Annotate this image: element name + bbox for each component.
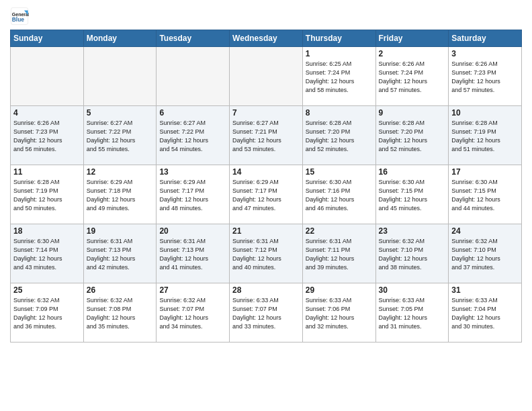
day-cell-19: 19Sunrise: 6:31 AMSunset: 7:13 PMDayligh… bbox=[83, 224, 157, 283]
day-number: 9 bbox=[379, 108, 446, 118]
day-cell-26: 26Sunrise: 6:32 AMSunset: 7:08 PMDayligh… bbox=[83, 283, 157, 342]
logo-icon: General Blue bbox=[10, 7, 29, 26]
weekday-header-sunday: Sunday bbox=[11, 30, 84, 47]
week-row-3: 11Sunrise: 6:28 AMSunset: 7:19 PMDayligh… bbox=[11, 165, 522, 224]
day-info: Sunrise: 6:33 AMSunset: 7:06 PMDaylight:… bbox=[306, 296, 373, 331]
day-info: Sunrise: 6:29 AMSunset: 7:17 PMDaylight:… bbox=[232, 178, 300, 213]
day-number: 3 bbox=[451, 49, 519, 58]
weekday-header-thursday: Thursday bbox=[302, 30, 375, 47]
day-number: 26 bbox=[87, 285, 154, 295]
day-number: 25 bbox=[13, 285, 81, 295]
day-number: 16 bbox=[379, 167, 446, 177]
day-info: Sunrise: 6:32 AMSunset: 7:10 PMDaylight:… bbox=[451, 237, 519, 272]
day-info: Sunrise: 6:33 AMSunset: 7:04 PMDaylight:… bbox=[451, 296, 519, 331]
day-info: Sunrise: 6:28 AMSunset: 7:20 PMDaylight:… bbox=[306, 119, 373, 154]
day-cell-7: 7Sunrise: 6:27 AMSunset: 7:21 PMDaylight… bbox=[230, 106, 303, 165]
header: General Blue bbox=[10, 7, 522, 26]
day-cell-11: 11Sunrise: 6:28 AMSunset: 7:19 PMDayligh… bbox=[11, 165, 84, 224]
day-cell-30: 30Sunrise: 6:33 AMSunset: 7:05 PMDayligh… bbox=[375, 283, 449, 342]
day-info: Sunrise: 6:30 AMSunset: 7:15 PMDaylight:… bbox=[451, 178, 519, 213]
day-info: Sunrise: 6:30 AMSunset: 7:14 PMDaylight:… bbox=[13, 237, 81, 272]
day-number: 14 bbox=[232, 167, 300, 177]
day-number: 2 bbox=[379, 49, 446, 58]
day-number: 15 bbox=[306, 167, 373, 177]
logo: General Blue bbox=[10, 7, 32, 26]
day-cell-25: 25Sunrise: 6:32 AMSunset: 7:09 PMDayligh… bbox=[11, 283, 84, 342]
day-info: Sunrise: 6:33 AMSunset: 7:05 PMDaylight:… bbox=[379, 296, 446, 331]
day-number: 7 bbox=[232, 108, 300, 118]
day-number: 18 bbox=[13, 226, 81, 236]
empty-cell bbox=[230, 47, 303, 106]
empty-cell bbox=[11, 47, 84, 106]
day-number: 8 bbox=[306, 108, 373, 118]
day-cell-28: 28Sunrise: 6:33 AMSunset: 7:07 PMDayligh… bbox=[230, 283, 303, 342]
day-number: 17 bbox=[451, 167, 519, 177]
day-info: Sunrise: 6:26 AMSunset: 7:23 PMDaylight:… bbox=[13, 119, 81, 154]
day-cell-4: 4Sunrise: 6:26 AMSunset: 7:23 PMDaylight… bbox=[11, 106, 84, 165]
day-number: 24 bbox=[451, 226, 519, 236]
day-number: 13 bbox=[159, 167, 226, 177]
day-info: Sunrise: 6:28 AMSunset: 7:20 PMDaylight:… bbox=[379, 119, 446, 154]
day-number: 21 bbox=[232, 226, 300, 236]
day-info: Sunrise: 6:30 AMSunset: 7:15 PMDaylight:… bbox=[379, 178, 446, 213]
day-number: 20 bbox=[159, 226, 226, 236]
day-cell-2: 2Sunrise: 6:26 AMSunset: 7:24 PMDaylight… bbox=[375, 47, 449, 106]
day-number: 5 bbox=[87, 108, 154, 118]
day-number: 22 bbox=[306, 226, 373, 236]
day-info: Sunrise: 6:32 AMSunset: 7:07 PMDaylight:… bbox=[159, 296, 226, 331]
day-cell-9: 9Sunrise: 6:28 AMSunset: 7:20 PMDaylight… bbox=[375, 106, 449, 165]
day-number: 6 bbox=[159, 108, 226, 118]
day-number: 30 bbox=[379, 285, 446, 295]
week-row-5: 25Sunrise: 6:32 AMSunset: 7:09 PMDayligh… bbox=[11, 283, 522, 342]
day-number: 4 bbox=[13, 108, 81, 118]
day-cell-13: 13Sunrise: 6:29 AMSunset: 7:17 PMDayligh… bbox=[157, 165, 230, 224]
day-info: Sunrise: 6:31 AMSunset: 7:13 PMDaylight:… bbox=[159, 237, 226, 272]
day-cell-14: 14Sunrise: 6:29 AMSunset: 7:17 PMDayligh… bbox=[230, 165, 303, 224]
weekday-header-row: SundayMondayTuesdayWednesdayThursdayFrid… bbox=[11, 30, 522, 47]
weekday-header-wednesday: Wednesday bbox=[230, 30, 303, 47]
day-cell-20: 20Sunrise: 6:31 AMSunset: 7:13 PMDayligh… bbox=[157, 224, 230, 283]
day-cell-5: 5Sunrise: 6:27 AMSunset: 7:22 PMDaylight… bbox=[83, 106, 157, 165]
day-cell-22: 22Sunrise: 6:31 AMSunset: 7:11 PMDayligh… bbox=[302, 224, 375, 283]
day-cell-21: 21Sunrise: 6:31 AMSunset: 7:12 PMDayligh… bbox=[230, 224, 303, 283]
day-number: 10 bbox=[451, 108, 519, 118]
day-cell-15: 15Sunrise: 6:30 AMSunset: 7:16 PMDayligh… bbox=[302, 165, 375, 224]
day-number: 1 bbox=[306, 49, 373, 58]
calendar-table: SundayMondayTuesdayWednesdayThursdayFrid… bbox=[10, 30, 522, 342]
day-info: Sunrise: 6:31 AMSunset: 7:12 PMDaylight:… bbox=[232, 237, 300, 272]
day-info: Sunrise: 6:33 AMSunset: 7:07 PMDaylight:… bbox=[232, 296, 300, 331]
weekday-header-tuesday: Tuesday bbox=[157, 30, 230, 47]
day-number: 23 bbox=[379, 226, 446, 236]
day-cell-10: 10Sunrise: 6:28 AMSunset: 7:19 PMDayligh… bbox=[449, 106, 522, 165]
day-info: Sunrise: 6:28 AMSunset: 7:19 PMDaylight:… bbox=[451, 119, 519, 154]
day-cell-27: 27Sunrise: 6:32 AMSunset: 7:07 PMDayligh… bbox=[157, 283, 230, 342]
day-info: Sunrise: 6:26 AMSunset: 7:23 PMDaylight:… bbox=[451, 60, 519, 95]
day-cell-23: 23Sunrise: 6:32 AMSunset: 7:10 PMDayligh… bbox=[375, 224, 449, 283]
weekday-header-saturday: Saturday bbox=[449, 30, 522, 47]
day-info: Sunrise: 6:29 AMSunset: 7:17 PMDaylight:… bbox=[159, 178, 226, 213]
empty-cell bbox=[83, 47, 157, 106]
day-cell-17: 17Sunrise: 6:30 AMSunset: 7:15 PMDayligh… bbox=[449, 165, 522, 224]
day-info: Sunrise: 6:27 AMSunset: 7:22 PMDaylight:… bbox=[87, 119, 154, 154]
day-cell-24: 24Sunrise: 6:32 AMSunset: 7:10 PMDayligh… bbox=[449, 224, 522, 283]
week-row-2: 4Sunrise: 6:26 AMSunset: 7:23 PMDaylight… bbox=[11, 106, 522, 165]
day-number: 28 bbox=[232, 285, 300, 295]
day-cell-3: 3Sunrise: 6:26 AMSunset: 7:23 PMDaylight… bbox=[449, 47, 522, 106]
day-info: Sunrise: 6:31 AMSunset: 7:11 PMDaylight:… bbox=[306, 237, 373, 272]
day-cell-1: 1Sunrise: 6:25 AMSunset: 7:24 PMDaylight… bbox=[302, 47, 375, 106]
day-info: Sunrise: 6:30 AMSunset: 7:16 PMDaylight:… bbox=[306, 178, 373, 213]
page: General Blue SundayMondayTuesdayWednesda… bbox=[0, 0, 532, 349]
day-cell-16: 16Sunrise: 6:30 AMSunset: 7:15 PMDayligh… bbox=[375, 165, 449, 224]
day-number: 19 bbox=[87, 226, 154, 236]
day-info: Sunrise: 6:25 AMSunset: 7:24 PMDaylight:… bbox=[306, 60, 373, 95]
day-number: 11 bbox=[13, 167, 81, 177]
day-info: Sunrise: 6:28 AMSunset: 7:19 PMDaylight:… bbox=[13, 178, 81, 213]
week-row-4: 18Sunrise: 6:30 AMSunset: 7:14 PMDayligh… bbox=[11, 224, 522, 283]
weekday-header-friday: Friday bbox=[375, 30, 449, 47]
day-info: Sunrise: 6:32 AMSunset: 7:08 PMDaylight:… bbox=[87, 296, 154, 331]
day-cell-29: 29Sunrise: 6:33 AMSunset: 7:06 PMDayligh… bbox=[302, 283, 375, 342]
day-number: 27 bbox=[159, 285, 226, 295]
day-info: Sunrise: 6:32 AMSunset: 7:10 PMDaylight:… bbox=[379, 237, 446, 272]
week-row-1: 1Sunrise: 6:25 AMSunset: 7:24 PMDaylight… bbox=[11, 47, 522, 106]
empty-cell bbox=[157, 47, 230, 106]
